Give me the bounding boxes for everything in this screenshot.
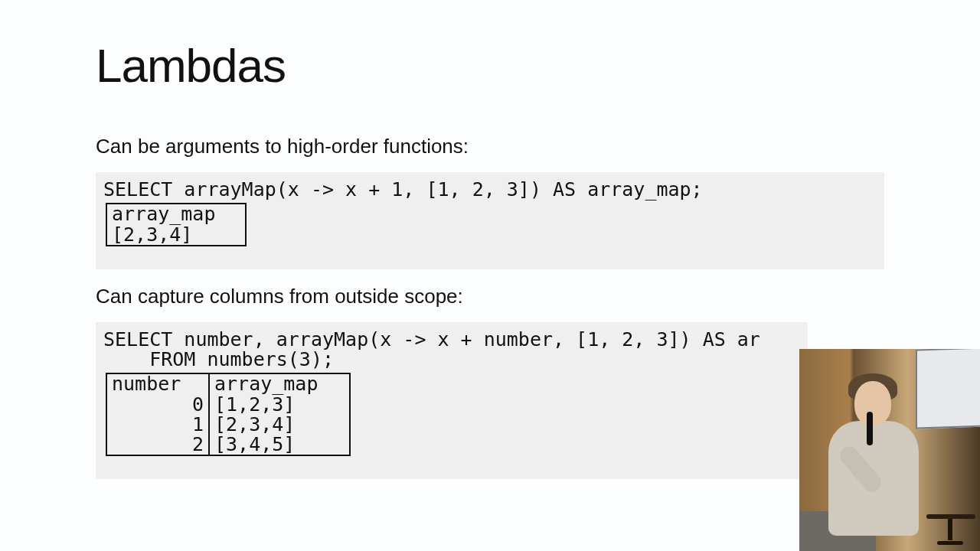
slide-title: Lambdas bbox=[96, 38, 884, 93]
result2-header-0: number bbox=[106, 373, 210, 394]
presenter bbox=[821, 375, 928, 551]
table-cell: [3,4,5] bbox=[210, 435, 351, 456]
table-cell: [1,2,3] bbox=[210, 395, 351, 415]
code1-line: SELECT arrayMap(x -> x + 1, [1, 2, 3]) A… bbox=[103, 178, 703, 201]
section2-lead: Can capture columns from outside scope: bbox=[96, 285, 884, 308]
code-block-2: SELECT number, arrayMap(x -> x + number,… bbox=[96, 322, 808, 480]
speaker-video-thumbnail bbox=[799, 349, 980, 551]
code2-line2: FROM numbers(3); bbox=[103, 348, 334, 370]
code2-line1: SELECT number, arrayMap(x -> x + number,… bbox=[103, 328, 760, 350]
side-table bbox=[926, 514, 975, 545]
table-cell: 0 bbox=[106, 395, 210, 415]
table-cell: 1 bbox=[106, 415, 210, 435]
result-table-2: numberarray_map0[1,2,3]1[2,3,4]2[3,4,5] bbox=[106, 373, 351, 456]
result1-header: array_map bbox=[106, 203, 247, 224]
result2-header-1: array_map bbox=[210, 373, 351, 394]
table-cell: [2,3,4] bbox=[210, 415, 351, 435]
result-table-1: array_map[2,3,4] bbox=[106, 203, 247, 246]
slide-content: Lambdas Can be arguments to high-order f… bbox=[96, 38, 884, 494]
section1-lead: Can be arguments to high-order functions… bbox=[96, 135, 884, 158]
result1-value: [2,3,4] bbox=[106, 225, 247, 246]
microphone-icon bbox=[867, 412, 873, 445]
table-cell: 2 bbox=[106, 435, 210, 456]
code-block-1: SELECT arrayMap(x -> x + 1, [1, 2, 3]) A… bbox=[96, 172, 884, 269]
